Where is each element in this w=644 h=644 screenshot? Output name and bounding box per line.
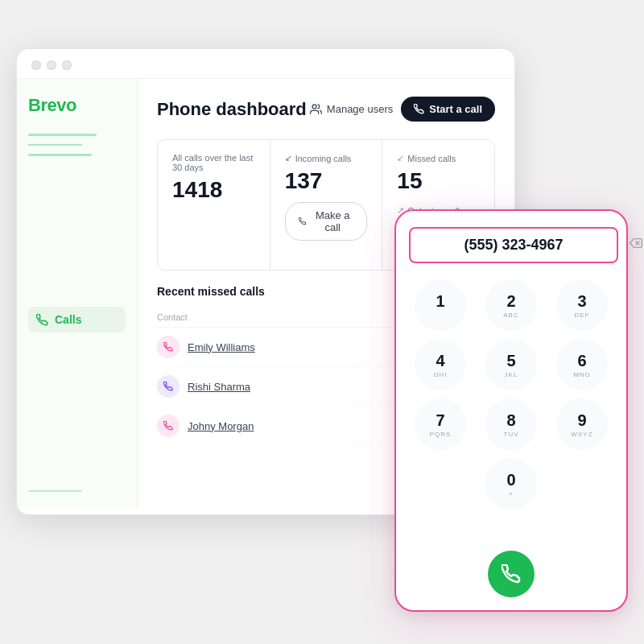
manage-users-label: Manage users [327,103,393,115]
key-5-sub: JKL [505,371,518,378]
users-icon [310,103,322,115]
make-call-label: Make a call [312,209,353,233]
sidebar-bottom-line [28,490,82,493]
brand-logo: Brevo [28,95,126,116]
phone-dialer: 1 2 ABC 3 DEF 4 GHI 5 JKL 6 MNO [394,209,628,612]
key-3[interactable]: 3 DEF [556,279,608,331]
phone-start-icon [414,104,424,114]
contact-name-johny[interactable]: Johny Morgan [188,420,254,432]
sidebar-decorative-lines [28,134,126,156]
call-button-row [409,551,613,597]
sidebar: Brevo Calls [17,79,138,508]
scene: Brevo Calls [16,32,628,612]
key-3-sub: DEF [575,312,590,319]
missed-call-icon-johny [163,421,173,431]
total-calls-label: All calls over the last 30 days [172,153,255,172]
sidebar-line-1 [28,134,97,136]
key-0-digit: 0 [506,471,515,489]
key-1[interactable]: 1 [415,279,466,331]
key-1-digit: 1 [436,292,444,311]
backspace-icon [628,237,644,250]
dialer-input-row [409,227,613,263]
start-call-button[interactable]: Start a call [401,97,495,122]
key-2-sub: ABC [503,312,518,319]
make-call-section: Make a call [285,202,368,241]
key-5[interactable]: 5 JKL [485,339,537,390]
missed-calls-label: ↙ Missed calls [397,153,480,163]
total-calls-value: 1418 [172,177,255,203]
contact-name-rishi[interactable]: Rishi Sharma [188,381,250,393]
key-6-digit: 6 [577,352,586,370]
incoming-arrow-icon: ↙ [285,153,292,163]
key-7[interactable]: 7 PQRS [415,398,466,450]
start-call-label: Start a call [429,103,482,115]
key-0-wrapper: 0 + [480,458,543,510]
key-2[interactable]: 2 ABC [485,279,537,331]
key-7-sub: PQRS [430,431,452,438]
maximize-light[interactable] [62,60,72,70]
avatar-johny [157,415,180,437]
window-titlebar [17,49,514,79]
key-9[interactable]: 9 WXYZ [556,398,608,450]
sidebar-nav: Calls [28,171,126,469]
backspace-button[interactable] [625,233,644,257]
key-8-sub: TUV [504,431,519,438]
key-9-digit: 9 [577,411,586,430]
key-6[interactable]: 6 MNO [556,339,608,390]
total-calls-card: All calls over the last 30 days 1418 [158,140,270,270]
key-4[interactable]: 4 GHI [415,339,466,390]
incoming-calls-label: ↙ Incoming calls [285,153,368,163]
key-8-digit: 8 [506,411,515,430]
missed-call-icon-emily [163,342,173,352]
phone-make-icon [299,217,307,226]
dial-call-button[interactable] [488,551,535,597]
page-title: Phone dashboard [157,99,307,120]
missed-arrow-icon: ↙ [397,153,404,163]
missed-call-icon-rishi [163,382,173,391]
make-call-button[interactable]: Make a call [285,202,368,241]
contact-name-emily[interactable]: Emily Williams [188,341,255,353]
recent-missed-title: Recent missed calls [157,285,265,298]
sidebar-item-calls[interactable]: Calls [28,307,126,332]
sidebar-line-3 [28,154,92,156]
key-0[interactable]: 0 + [485,458,537,510]
sidebar-line-2 [28,144,82,147]
key-9-sub: WXYZ [571,431,592,438]
minimize-light[interactable] [47,60,56,70]
keypad: 1 2 ABC 3 DEF 4 GHI 5 JKL 6 MNO [409,279,613,543]
phone-dial-icon [502,564,521,584]
key-3-digit: 3 [577,292,586,311]
key-0-sub: + [509,490,514,497]
incoming-calls-value: 137 [285,168,368,194]
page-header: Phone dashboard Manage users [157,97,495,122]
key-4-digit: 4 [436,352,444,370]
key-7-digit: 7 [436,411,444,430]
key-4-sub: GHI [433,371,447,378]
calls-nav-label: Calls [55,313,81,326]
key-1-sub [439,312,441,319]
traffic-lights [31,60,72,70]
avatar-emily [157,336,180,358]
svg-point-0 [312,105,316,109]
phone-number-input[interactable] [409,227,618,263]
close-light[interactable] [31,60,41,70]
key-2-digit: 2 [506,292,515,311]
missed-calls-value: 15 [397,168,480,194]
phone-nav-icon [36,314,48,326]
manage-users-button[interactable]: Manage users [310,103,393,115]
key-6-sub: MNO [573,371,591,378]
key-8[interactable]: 8 TUV [485,398,537,450]
incoming-calls-card: ↙ Incoming calls 137 Make a call [270,140,383,270]
avatar-rishi [157,375,180,398]
key-5-digit: 5 [506,352,515,370]
header-actions: Manage users Start a call [310,97,495,122]
